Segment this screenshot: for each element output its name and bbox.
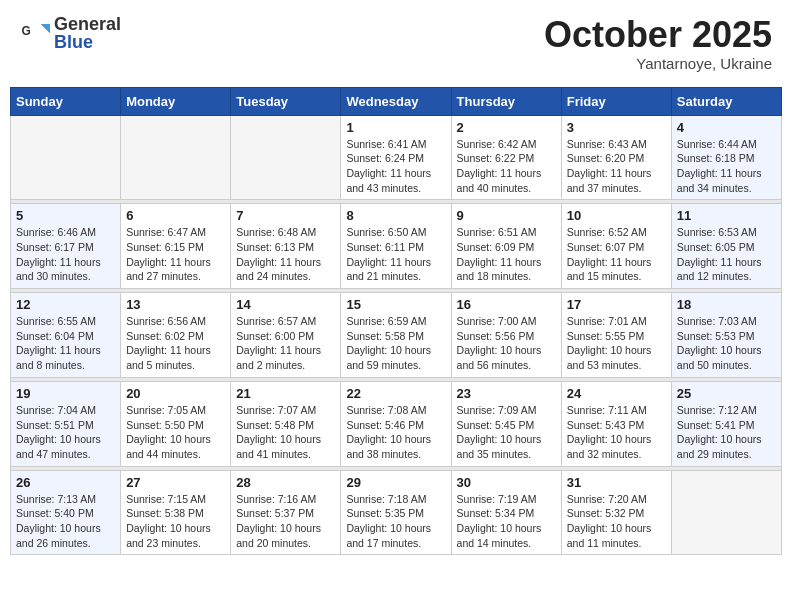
- title-block: October 2025 Yantarnoye, Ukraine: [544, 15, 772, 72]
- calendar-cell: 4Sunrise: 6:44 AM Sunset: 6:18 PM Daylig…: [671, 115, 781, 200]
- day-info: Sunrise: 6:44 AM Sunset: 6:18 PM Dayligh…: [677, 137, 776, 196]
- day-info: Sunrise: 6:43 AM Sunset: 6:20 PM Dayligh…: [567, 137, 666, 196]
- day-info: Sunrise: 7:04 AM Sunset: 5:51 PM Dayligh…: [16, 403, 115, 462]
- day-info: Sunrise: 6:55 AM Sunset: 6:04 PM Dayligh…: [16, 314, 115, 373]
- day-info: Sunrise: 6:46 AM Sunset: 6:17 PM Dayligh…: [16, 225, 115, 284]
- calendar-cell: 25Sunrise: 7:12 AM Sunset: 5:41 PM Dayli…: [671, 381, 781, 466]
- calendar-cell: [121, 115, 231, 200]
- day-info: Sunrise: 7:13 AM Sunset: 5:40 PM Dayligh…: [16, 492, 115, 551]
- calendar-cell: 20Sunrise: 7:05 AM Sunset: 5:50 PM Dayli…: [121, 381, 231, 466]
- calendar-cell: 14Sunrise: 6:57 AM Sunset: 6:00 PM Dayli…: [231, 293, 341, 378]
- day-number: 10: [567, 208, 666, 223]
- day-info: Sunrise: 7:01 AM Sunset: 5:55 PM Dayligh…: [567, 314, 666, 373]
- day-info: Sunrise: 6:50 AM Sunset: 6:11 PM Dayligh…: [346, 225, 445, 284]
- calendar-cell: 22Sunrise: 7:08 AM Sunset: 5:46 PM Dayli…: [341, 381, 451, 466]
- day-info: Sunrise: 7:08 AM Sunset: 5:46 PM Dayligh…: [346, 403, 445, 462]
- calendar-cell: 5Sunrise: 6:46 AM Sunset: 6:17 PM Daylig…: [11, 204, 121, 289]
- calendar-week-5: 26Sunrise: 7:13 AM Sunset: 5:40 PM Dayli…: [11, 470, 782, 555]
- calendar-cell: 10Sunrise: 6:52 AM Sunset: 6:07 PM Dayli…: [561, 204, 671, 289]
- svg-text:G: G: [22, 24, 31, 38]
- day-info: Sunrise: 7:18 AM Sunset: 5:35 PM Dayligh…: [346, 492, 445, 551]
- day-info: Sunrise: 7:07 AM Sunset: 5:48 PM Dayligh…: [236, 403, 335, 462]
- page-header: G General Blue October 2025 Yantarnoye, …: [10, 10, 782, 77]
- day-number: 9: [457, 208, 556, 223]
- day-info: Sunrise: 6:53 AM Sunset: 6:05 PM Dayligh…: [677, 225, 776, 284]
- day-number: 17: [567, 297, 666, 312]
- calendar-cell: 19Sunrise: 7:04 AM Sunset: 5:51 PM Dayli…: [11, 381, 121, 466]
- calendar-cell: 15Sunrise: 6:59 AM Sunset: 5:58 PM Dayli…: [341, 293, 451, 378]
- day-info: Sunrise: 7:05 AM Sunset: 5:50 PM Dayligh…: [126, 403, 225, 462]
- day-number: 29: [346, 475, 445, 490]
- day-number: 19: [16, 386, 115, 401]
- calendar-cell: 6Sunrise: 6:47 AM Sunset: 6:15 PM Daylig…: [121, 204, 231, 289]
- calendar-cell: 26Sunrise: 7:13 AM Sunset: 5:40 PM Dayli…: [11, 470, 121, 555]
- day-number: 11: [677, 208, 776, 223]
- day-info: Sunrise: 6:56 AM Sunset: 6:02 PM Dayligh…: [126, 314, 225, 373]
- calendar-cell: 11Sunrise: 6:53 AM Sunset: 6:05 PM Dayli…: [671, 204, 781, 289]
- col-header-monday: Monday: [121, 87, 231, 115]
- day-info: Sunrise: 7:16 AM Sunset: 5:37 PM Dayligh…: [236, 492, 335, 551]
- col-header-tuesday: Tuesday: [231, 87, 341, 115]
- day-info: Sunrise: 7:12 AM Sunset: 5:41 PM Dayligh…: [677, 403, 776, 462]
- day-number: 8: [346, 208, 445, 223]
- day-number: 13: [126, 297, 225, 312]
- day-number: 16: [457, 297, 556, 312]
- day-number: 23: [457, 386, 556, 401]
- logo-icon: G: [20, 18, 50, 48]
- day-number: 14: [236, 297, 335, 312]
- calendar-cell: 21Sunrise: 7:07 AM Sunset: 5:48 PM Dayli…: [231, 381, 341, 466]
- day-number: 1: [346, 120, 445, 135]
- day-info: Sunrise: 6:57 AM Sunset: 6:00 PM Dayligh…: [236, 314, 335, 373]
- day-number: 5: [16, 208, 115, 223]
- calendar-cell: 13Sunrise: 6:56 AM Sunset: 6:02 PM Dayli…: [121, 293, 231, 378]
- logo-blue: Blue: [54, 33, 121, 51]
- day-number: 24: [567, 386, 666, 401]
- calendar-cell: 27Sunrise: 7:15 AM Sunset: 5:38 PM Dayli…: [121, 470, 231, 555]
- day-info: Sunrise: 7:09 AM Sunset: 5:45 PM Dayligh…: [457, 403, 556, 462]
- day-info: Sunrise: 6:42 AM Sunset: 6:22 PM Dayligh…: [457, 137, 556, 196]
- day-number: 15: [346, 297, 445, 312]
- day-number: 25: [677, 386, 776, 401]
- day-number: 28: [236, 475, 335, 490]
- calendar-cell: 18Sunrise: 7:03 AM Sunset: 5:53 PM Dayli…: [671, 293, 781, 378]
- calendar-header-row: SundayMondayTuesdayWednesdayThursdayFrid…: [11, 87, 782, 115]
- day-info: Sunrise: 7:11 AM Sunset: 5:43 PM Dayligh…: [567, 403, 666, 462]
- calendar-cell: 24Sunrise: 7:11 AM Sunset: 5:43 PM Dayli…: [561, 381, 671, 466]
- logo-general: General: [54, 15, 121, 33]
- day-info: Sunrise: 6:51 AM Sunset: 6:09 PM Dayligh…: [457, 225, 556, 284]
- location-subtitle: Yantarnoye, Ukraine: [544, 55, 772, 72]
- day-number: 18: [677, 297, 776, 312]
- calendar-cell: [11, 115, 121, 200]
- col-header-thursday: Thursday: [451, 87, 561, 115]
- calendar-cell: 1Sunrise: 6:41 AM Sunset: 6:24 PM Daylig…: [341, 115, 451, 200]
- day-info: Sunrise: 7:15 AM Sunset: 5:38 PM Dayligh…: [126, 492, 225, 551]
- col-header-sunday: Sunday: [11, 87, 121, 115]
- calendar-cell: 12Sunrise: 6:55 AM Sunset: 6:04 PM Dayli…: [11, 293, 121, 378]
- day-number: 20: [126, 386, 225, 401]
- calendar-cell: 8Sunrise: 6:50 AM Sunset: 6:11 PM Daylig…: [341, 204, 451, 289]
- col-header-saturday: Saturday: [671, 87, 781, 115]
- calendar-cell: 3Sunrise: 6:43 AM Sunset: 6:20 PM Daylig…: [561, 115, 671, 200]
- svg-marker-2: [41, 24, 50, 33]
- day-number: 3: [567, 120, 666, 135]
- calendar-week-1: 1Sunrise: 6:41 AM Sunset: 6:24 PM Daylig…: [11, 115, 782, 200]
- day-info: Sunrise: 6:52 AM Sunset: 6:07 PM Dayligh…: [567, 225, 666, 284]
- calendar-table: SundayMondayTuesdayWednesdayThursdayFrid…: [10, 87, 782, 556]
- day-number: 12: [16, 297, 115, 312]
- day-number: 4: [677, 120, 776, 135]
- calendar-week-2: 5Sunrise: 6:46 AM Sunset: 6:17 PM Daylig…: [11, 204, 782, 289]
- day-number: 21: [236, 386, 335, 401]
- calendar-cell: 31Sunrise: 7:20 AM Sunset: 5:32 PM Dayli…: [561, 470, 671, 555]
- col-header-friday: Friday: [561, 87, 671, 115]
- day-info: Sunrise: 7:20 AM Sunset: 5:32 PM Dayligh…: [567, 492, 666, 551]
- day-info: Sunrise: 6:47 AM Sunset: 6:15 PM Dayligh…: [126, 225, 225, 284]
- calendar-cell: [231, 115, 341, 200]
- calendar-cell: 28Sunrise: 7:16 AM Sunset: 5:37 PM Dayli…: [231, 470, 341, 555]
- day-number: 2: [457, 120, 556, 135]
- day-info: Sunrise: 7:03 AM Sunset: 5:53 PM Dayligh…: [677, 314, 776, 373]
- day-number: 22: [346, 386, 445, 401]
- calendar-cell: 9Sunrise: 6:51 AM Sunset: 6:09 PM Daylig…: [451, 204, 561, 289]
- day-number: 7: [236, 208, 335, 223]
- day-info: Sunrise: 6:48 AM Sunset: 6:13 PM Dayligh…: [236, 225, 335, 284]
- calendar-cell: 7Sunrise: 6:48 AM Sunset: 6:13 PM Daylig…: [231, 204, 341, 289]
